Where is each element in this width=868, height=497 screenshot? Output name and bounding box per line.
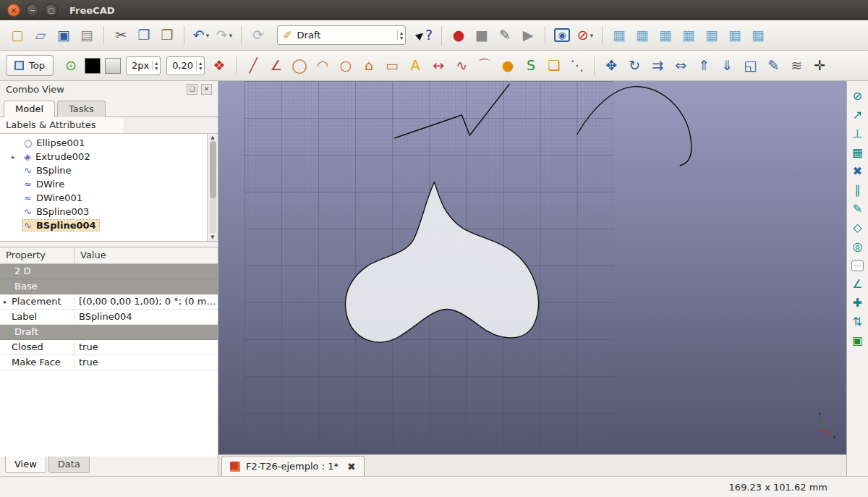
macro-stop-icon[interactable]: ■ xyxy=(472,25,492,46)
snap-parallel-icon[interactable]: ∥ xyxy=(849,182,867,199)
property-expand-icon[interactable]: ▸ xyxy=(4,294,12,309)
draft-wire-join-icon[interactable]: ≋ xyxy=(786,56,807,76)
draft-move-icon[interactable]: ✥ xyxy=(601,56,621,76)
workbench-selector[interactable]: ✐ Draft ▴▾ xyxy=(277,25,406,45)
zoom-fit-icon[interactable]: ◉ xyxy=(552,25,572,46)
viewport-canvas[interactable]: Y X xyxy=(218,81,846,454)
stepper-down-icon[interactable]: ▾ xyxy=(199,66,202,71)
construction-mode-icon[interactable]: ⊙ xyxy=(61,56,81,76)
tab-model[interactable]: Model xyxy=(4,101,55,117)
draft-scale-icon[interactable]: ◱ xyxy=(740,56,760,76)
tree-item-dwire001[interactable]: ≈DWire001 xyxy=(0,191,207,205)
scale-spinbox[interactable]: 0,20 ▴▾ xyxy=(166,56,205,75)
open-file-icon[interactable]: ▱ xyxy=(30,25,51,46)
tree-item-content[interactable]: ∿BSpline003 xyxy=(22,206,92,217)
autogroup-icon[interactable]: ❖ xyxy=(209,56,229,76)
stepper-down-icon[interactable]: ▾ xyxy=(400,35,403,41)
snap-lock-icon[interactable]: ⊘ xyxy=(849,88,867,105)
property-value-cell[interactable]: BSpline004 xyxy=(75,310,218,324)
draft-add-point-icon[interactable]: ✛ xyxy=(809,56,830,76)
tree-item-content[interactable]: ○Ellipse001 xyxy=(22,137,88,148)
draft-fillet-icon[interactable]: ⋱ xyxy=(567,56,587,76)
property-value-cell[interactable]: true xyxy=(75,355,218,370)
dropdown-caret-icon[interactable]: ▾ xyxy=(206,32,210,39)
close-window-button[interactable]: ✕ xyxy=(7,4,20,17)
tree-scrollbar[interactable]: ▲ ▼ xyxy=(207,134,218,241)
whats-this-icon[interactable]: ? xyxy=(414,25,435,46)
snap-angle-icon[interactable]: ∠ xyxy=(849,276,867,293)
macro-record-icon[interactable]: ● xyxy=(448,25,469,46)
line-width-spinbox[interactable]: 2px ▴▾ xyxy=(126,56,161,75)
snap-working-plane-icon[interactable]: ⊥ xyxy=(849,125,867,143)
line-width-stepper[interactable]: ▴▾ xyxy=(152,61,158,71)
dropdown-caret-icon[interactable]: ▾ xyxy=(590,32,594,39)
draft-dimension-icon[interactable]: ↔ xyxy=(428,56,448,76)
tree-item-content[interactable]: ≈DWire xyxy=(22,179,67,190)
property-group-draft[interactable]: Draft xyxy=(0,325,218,340)
draft-offset-icon[interactable]: ⇉ xyxy=(647,56,668,76)
view-right-icon[interactable]: ▦ xyxy=(678,25,699,46)
draft-shapestring-icon[interactable]: S xyxy=(521,56,541,76)
snap-special-icon[interactable]: ⇅ xyxy=(849,313,867,331)
property-row-closed[interactable]: Closedtrue xyxy=(0,340,218,355)
property-row-label[interactable]: LabelBSpline004 xyxy=(0,310,218,325)
property-row-make-face[interactable]: Make Facetrue xyxy=(0,355,218,370)
stepper-down-icon[interactable]: ▾ xyxy=(155,66,158,71)
property-value-cell[interactable]: true xyxy=(75,340,218,354)
view-rear-icon[interactable]: ▦ xyxy=(702,25,722,46)
undo-icon[interactable]: ↶▾ xyxy=(191,25,211,46)
tab-data[interactable]: Data xyxy=(48,456,90,473)
new-file-icon[interactable]: ▢ xyxy=(7,25,27,46)
line-color-swatch[interactable] xyxy=(85,58,101,74)
tree-item-content[interactable]: ∿BSpline004 xyxy=(22,220,99,231)
draft-bezier-icon[interactable]: ⌒ xyxy=(475,56,495,76)
snap-extension-icon[interactable]: ↗ xyxy=(849,106,867,124)
draw-style-icon[interactable]: ⊘▾ xyxy=(575,25,595,46)
draft-rectangle-icon[interactable]: ▭ xyxy=(382,56,402,76)
document-tab[interactable]: F2-T26-ejemplo : 1* ✖ xyxy=(221,456,365,476)
draft-ellipse-icon[interactable]: ○ xyxy=(336,56,356,76)
draft-line-icon[interactable]: ╱ xyxy=(243,56,263,76)
scroll-down-icon[interactable]: ▼ xyxy=(210,234,214,240)
tree-item-content[interactable]: ◈Extrude002 xyxy=(22,151,93,162)
scale-stepper[interactable]: ▴▾ xyxy=(196,61,202,71)
snap-midpoint-icon[interactable]: ✚ xyxy=(849,294,867,312)
view-front-icon[interactable]: ▦ xyxy=(632,25,652,46)
float-panel-icon[interactable]: ❏ xyxy=(187,84,197,95)
toggle-grid-icon[interactable]: ▣ xyxy=(849,332,867,349)
snap-intersection-icon[interactable]: ✖ xyxy=(849,163,867,180)
workbench-stepper[interactable]: ▴▾ xyxy=(397,30,403,41)
tree-item-dwire[interactable]: ≈DWire xyxy=(0,177,207,191)
macro-play-icon[interactable]: ▶ xyxy=(518,25,538,46)
document-close-icon[interactable]: ✖ xyxy=(347,461,356,472)
view-left-icon[interactable]: ▦ xyxy=(748,25,768,46)
tree-item-extrude002[interactable]: ▸◈Extrude002 xyxy=(0,150,207,163)
paste-icon[interactable]: ❒ xyxy=(157,25,177,46)
draft-trimex-icon[interactable]: ⇔ xyxy=(671,56,691,76)
tab-tasks[interactable]: Tasks xyxy=(57,101,106,117)
tab-view[interactable]: View xyxy=(5,456,46,473)
scrollbar-thumb[interactable] xyxy=(210,141,216,198)
snap-dimensions-icon[interactable]: ⋯ xyxy=(849,257,867,274)
macro-edit-icon[interactable]: ✎ xyxy=(495,25,515,46)
draft-edit-icon[interactable]: ✎ xyxy=(763,56,783,76)
close-panel-icon[interactable]: ✕ xyxy=(201,84,212,95)
tree-item-ellipse001[interactable]: ○Ellipse001 xyxy=(0,136,207,150)
refresh-icon[interactable]: ⟳ xyxy=(248,25,268,46)
property-row-placement[interactable]: ▸Placement[(0,00 0,00 1,00); 0 °; (0 m..… xyxy=(0,294,218,310)
snap-near-icon[interactable]: ✎ xyxy=(849,200,867,218)
tree-expand-icon[interactable]: ▸ xyxy=(12,153,22,161)
cut-icon[interactable]: ✂ xyxy=(111,25,131,46)
property-column-header[interactable]: Property xyxy=(0,247,75,263)
tree-item-content[interactable]: ≈DWire001 xyxy=(22,192,85,203)
working-plane-button[interactable]: Top xyxy=(6,55,54,76)
3d-viewport[interactable]: Y X xyxy=(218,81,846,454)
maximize-window-button[interactable]: ▢ xyxy=(45,4,58,17)
draft-upgrade-icon[interactable]: ⇑ xyxy=(694,56,714,76)
dropdown-caret-icon[interactable]: ▾ xyxy=(229,32,233,39)
tree-item-content[interactable]: ∿BSpline xyxy=(22,165,75,176)
view-bottom-icon[interactable]: ▦ xyxy=(725,25,745,46)
draft-circle-icon[interactable]: ◯ xyxy=(289,56,310,76)
property-group-base[interactable]: Base xyxy=(0,279,218,294)
draft-polygon-icon[interactable]: ⌂ xyxy=(359,56,379,76)
